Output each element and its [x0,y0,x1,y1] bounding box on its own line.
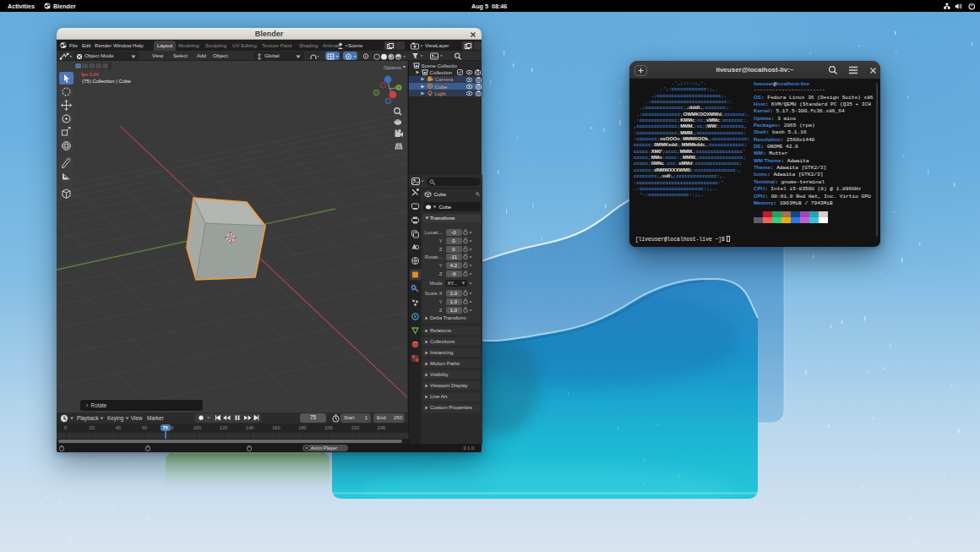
svg-text:Options: Options [384,65,401,70]
